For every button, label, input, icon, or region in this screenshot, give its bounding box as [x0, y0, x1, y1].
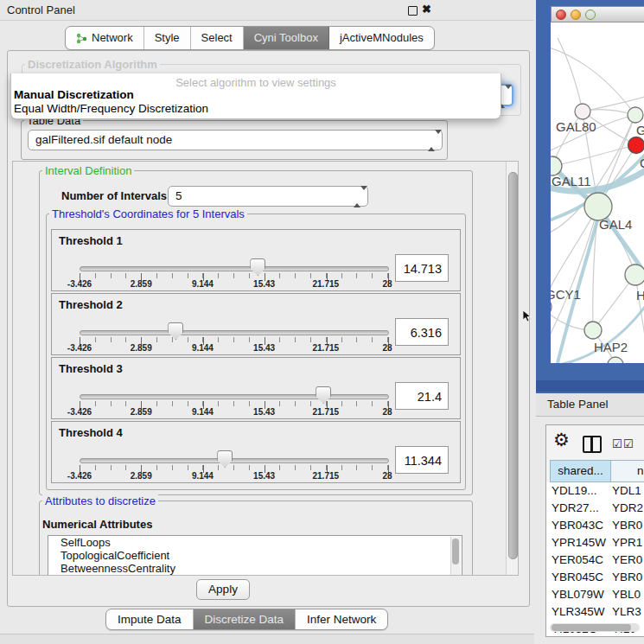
tab-discretize-data[interactable]: Discretize Data — [194, 609, 296, 629]
table-row[interactable]: YBL079WYBL0 — [546, 586, 644, 603]
table-row[interactable]: YBR043CYBR0 — [546, 517, 644, 534]
threshold-card-3: Threshold 3 -3.426 2.859 9.144 15.43 21.… — [51, 357, 461, 419]
minimize-traffic-light-icon[interactable] — [571, 10, 581, 20]
node-cut-top — [628, 107, 643, 123]
table-data-value: galFiltered.sif default node — [35, 131, 172, 150]
threshold-4-label: Threshold 4 — [59, 426, 123, 439]
columns-icon[interactable] — [583, 436, 602, 453]
threshold-2-label: Threshold 2 — [59, 298, 123, 311]
settings-scroll-region: Interval Definition Number of Intervals … — [12, 161, 519, 576]
close-icon[interactable]: ✖ — [422, 3, 431, 16]
float-window-icon[interactable] — [408, 6, 418, 16]
discretization-algorithm-label: Discretization Algorithm — [25, 58, 160, 71]
table-row[interactable]: YER054CYER0 — [546, 552, 644, 569]
numerical-attributes-list[interactable]: SelfLoops TopologicalCoefficient Between… — [48, 535, 462, 576]
node-label: HAP2 — [594, 340, 628, 354]
slider-ticks — [80, 401, 388, 406]
column-header-shared-name[interactable]: shared... — [550, 460, 611, 482]
tab-cyni-toolbox[interactable]: Cyni Toolbox — [244, 27, 329, 49]
slider-scale-labels: -3.426 2.859 9.144 15.43 21.715 28 — [80, 407, 387, 418]
number-of-intervals-value: 5 — [175, 187, 182, 206]
node-label: GAL80 — [556, 119, 596, 134]
algorithm-option-equal-width[interactable]: Equal Width/Frequency Discretization — [14, 102, 208, 115]
node-label: G — [636, 123, 644, 137]
node-table[interactable]: YDL19...YDL1 YDR27...YDR2 YBR043CYBR0 YP… — [546, 482, 644, 636]
threshold-4-value-field[interactable]: 11.344 — [395, 446, 449, 474]
slider-scale-labels: -3.426 2.859 9.144 15.43 21.715 28 — [80, 343, 387, 354]
tab-cyni-toolbox-label: Cyni Toolbox — [254, 27, 318, 49]
node-selected-red — [628, 137, 644, 154]
number-of-intervals-label: Number of Intervals — [61, 189, 167, 202]
table-panel: ⚙ ☑ ☑ shared... n YDL19...YDL1 YDR27...Y… — [545, 424, 644, 637]
apply-button[interactable]: Apply — [196, 579, 250, 600]
threshold-2-slider-track[interactable] — [80, 330, 389, 335]
zoom-traffic-light-icon[interactable] — [585, 10, 596, 20]
table-row[interactable]: YPR145WYPR1 — [546, 534, 644, 552]
network-graph: GAL80 G C GAL11 GAL4 GCY1 H HAP2 — [551, 22, 644, 363]
threshold-3-slider-track[interactable] — [80, 394, 389, 399]
threshold-1-slider-track[interactable] — [80, 266, 389, 271]
control-panel-tab-bar: Network Style Select Cyni Toolbox jActiv… — [65, 26, 435, 50]
node-label: C — [640, 156, 644, 170]
tab-style[interactable]: Style — [144, 27, 191, 49]
bottom-tab-bar: Impute Data Discretize Data Infer Networ… — [105, 609, 388, 630]
threshold-card-2: Threshold 2 -3.426 2.859 9.144 15.43 21.… — [51, 293, 461, 355]
combo-arrows-icon — [428, 134, 436, 147]
gear-icon[interactable]: ⚙ — [553, 430, 570, 450]
window-bottom-edge — [0, 634, 534, 644]
node-hap2 — [584, 322, 602, 339]
column-header-name[interactable]: n — [610, 460, 644, 482]
tab-impute-data[interactable]: Impute Data — [106, 609, 194, 629]
tab-jactivemnodules-label: jActiveMNodules — [340, 27, 424, 49]
tab-select-label: Select — [201, 27, 233, 49]
table-row[interactable]: YDR27...YDR2 — [546, 500, 644, 517]
threshold-3-label: Threshold 3 — [59, 362, 123, 375]
list-item[interactable]: BetweennessCentrality — [48, 563, 462, 575]
node-label: H — [636, 288, 644, 303]
close-traffic-light-icon[interactable] — [556, 10, 566, 20]
table-row[interactable]: YLR345WYLR3 — [546, 603, 644, 621]
tab-infer-network[interactable]: Infer Network — [296, 609, 387, 629]
node-label: GCY1 — [551, 287, 581, 302]
network-window-titlebar[interactable] — [551, 6, 644, 22]
list-item[interactable]: SelfLoops — [48, 537, 462, 549]
checkbox-icon[interactable]: ☑ — [612, 437, 622, 450]
table-data-combobox[interactable]: galFiltered.sif default node — [28, 130, 443, 150]
slider-scale-labels: -3.426 2.859 9.144 15.43 21.715 28 — [80, 279, 387, 290]
algorithm-dropdown-popup: Select algorithm to view settings Manual… — [10, 73, 501, 119]
threshold-1-value-field[interactable]: 14.713 — [395, 254, 449, 282]
combo-arrows-icon — [354, 190, 361, 203]
slider-ticks — [80, 273, 388, 278]
list-item[interactable]: TopologicalCoefficient — [48, 550, 462, 562]
table-row[interactable]: YDL19...YDL1 — [546, 482, 644, 500]
threshold-3-value-field[interactable]: 21.4 — [395, 382, 449, 410]
node-label: GAL4 — [599, 217, 632, 232]
node-h — [625, 265, 644, 285]
number-of-intervals-combobox[interactable]: 5 — [168, 186, 368, 207]
threshold-4-slider-track[interactable] — [80, 458, 389, 463]
threshold-card-1: Threshold 1 -3.426 2.859 9.144 15.43 21.… — [51, 229, 461, 291]
threshold-1-label: Threshold 1 — [59, 234, 123, 247]
checkbox-icon[interactable]: ☑ — [623, 437, 634, 450]
node-cut-bottom — [608, 357, 623, 363]
slider-scale-labels: -3.426 2.859 9.144 15.43 21.715 28 — [80, 471, 387, 481]
network-canvas[interactable]: GAL80 G C GAL11 GAL4 GCY1 H HAP2 — [551, 22, 644, 363]
tab-select[interactable]: Select — [191, 27, 244, 49]
list-scrollbar[interactable] — [450, 537, 461, 575]
settings-vertical-scrollbar[interactable] — [506, 162, 518, 575]
numerical-attributes-label: Numerical Attributes — [42, 518, 152, 531]
slider-ticks — [80, 465, 388, 470]
network-view-frame: GAL80 G C GAL11 GAL4 GCY1 H HAP2 — [536, 0, 644, 393]
table-horizontal-scrollbar[interactable] — [550, 623, 640, 632]
algorithm-hint-text: Select algorithm to view settings — [11, 76, 501, 89]
tab-jactivemnodules[interactable]: jActiveMNodules — [329, 27, 434, 49]
tab-network-label: Network — [92, 27, 133, 49]
panel-title: Control Panel — [7, 3, 75, 16]
table-row[interactable]: YBR045CYBR0 — [546, 569, 644, 586]
mouse-cursor — [523, 310, 532, 322]
table-panel-titlebar: Table Panel — [536, 393, 644, 417]
algorithm-option-manual[interactable]: Manual Discretization — [14, 88, 134, 101]
tab-network[interactable]: Network — [66, 27, 144, 49]
network-icon — [76, 33, 87, 44]
threshold-2-value-field[interactable]: 6.316 — [395, 318, 449, 346]
